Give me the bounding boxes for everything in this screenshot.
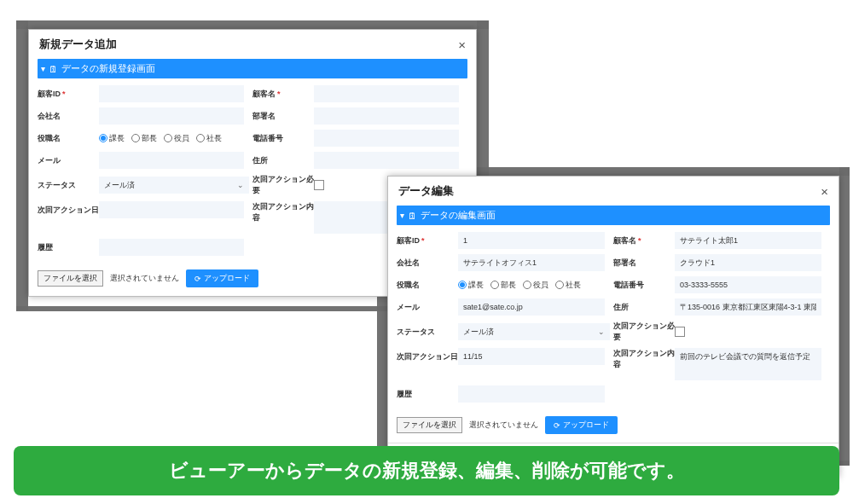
- history-input[interactable]: [458, 385, 605, 403]
- section-title: データの新規登録画面: [61, 62, 155, 75]
- refresh-icon: ⟳: [194, 275, 201, 283]
- label-mail: メール: [397, 302, 458, 313]
- label-company: 会社名: [397, 258, 458, 269]
- mail-input[interactable]: [458, 298, 605, 316]
- file-status: 選択されていません: [469, 420, 538, 431]
- label-customer-name: 顧客名: [252, 89, 314, 100]
- status-select[interactable]: [458, 323, 610, 340]
- customer-name-input[interactable]: [314, 85, 459, 102]
- jobtitle-radios[interactable]: 課長 部長 役員 社長: [99, 133, 222, 144]
- dialog-edit-title: データ編集: [398, 183, 454, 199]
- label-jobtitle: 役職名: [397, 280, 458, 291]
- radio-shacho[interactable]: [555, 281, 564, 289]
- label-dept: 部署名: [613, 258, 675, 269]
- address-input[interactable]: [314, 152, 459, 169]
- label-dept: 部署名: [252, 111, 314, 122]
- close-icon[interactable]: ×: [458, 38, 466, 52]
- company-input[interactable]: [458, 254, 605, 271]
- customer-id-input[interactable]: [458, 232, 605, 249]
- label-history: 履歴: [397, 389, 458, 400]
- next-action-content-textarea[interactable]: 前回のテレビ会議での質問を返信予定: [675, 348, 821, 380]
- radio-bucho[interactable]: [490, 281, 499, 289]
- upload-button[interactable]: ⟳アップロード: [186, 269, 258, 287]
- calendar-icon: 🗓: [49, 64, 58, 74]
- label-next-date: 次回アクション日: [397, 351, 458, 362]
- label-address: 住所: [613, 302, 675, 313]
- dialog-add-title: 新規データ追加: [39, 37, 117, 52]
- dialog-edit: データ編集 × ▾ 🗓 データの編集画面 顧客ID 顧客名 会社名 部署名 役職…: [387, 176, 839, 478]
- close-icon[interactable]: ×: [821, 184, 828, 199]
- label-customer-id: 顧客ID: [38, 89, 99, 100]
- file-select-button[interactable]: ファイルを選択: [397, 417, 462, 433]
- radio-yakuin[interactable]: [523, 281, 531, 289]
- label-next-req: 次回アクション必要: [252, 174, 314, 196]
- label-next-content: 次回アクション内容: [613, 348, 675, 370]
- section-bar-add[interactable]: ▾ 🗓 データの新規登録画面: [38, 59, 467, 78]
- phone-input[interactable]: [675, 276, 821, 293]
- label-company: 会社名: [38, 111, 99, 122]
- label-next-content: 次回アクション内容: [252, 201, 314, 223]
- radio-kacho[interactable]: [458, 281, 467, 289]
- dept-input[interactable]: [675, 254, 821, 271]
- label-next-date: 次回アクション日: [38, 205, 99, 216]
- section-title: データの編集画面: [421, 209, 496, 222]
- info-banner: ビューアーからデータの新規登録、編集、削除が可能です。: [14, 446, 839, 495]
- label-status: ステータス: [38, 180, 99, 191]
- radio-shacho[interactable]: [196, 134, 205, 142]
- chevron-down-icon: ▾: [41, 64, 45, 73]
- radio-kacho[interactable]: [99, 134, 107, 142]
- history-input[interactable]: [99, 239, 244, 256]
- label-phone: 電話番号: [613, 280, 675, 291]
- label-customer-id: 顧客ID: [397, 235, 458, 246]
- company-input[interactable]: [99, 107, 244, 125]
- customer-name-input[interactable]: [675, 232, 821, 249]
- jobtitle-radios[interactable]: 課長 部長 役員 社長: [458, 280, 581, 291]
- next-action-date-input[interactable]: [458, 348, 605, 365]
- section-bar-edit[interactable]: ▾ 🗓 データの編集画面: [397, 206, 830, 225]
- customer-id-input[interactable]: [99, 85, 244, 102]
- phone-input[interactable]: [314, 130, 459, 147]
- address-input[interactable]: [675, 298, 821, 316]
- status-select[interactable]: [99, 177, 249, 194]
- label-mail: メール: [38, 155, 99, 166]
- label-address: 住所: [252, 155, 314, 166]
- refresh-icon: ⟳: [554, 421, 560, 430]
- label-status: ステータス: [397, 327, 458, 338]
- next-action-req-checkbox[interactable]: [314, 180, 324, 190]
- file-select-button[interactable]: ファイルを選択: [38, 270, 103, 287]
- label-history: 履歴: [38, 242, 99, 253]
- label-jobtitle: 役職名: [38, 133, 99, 144]
- next-action-req-checkbox[interactable]: [675, 327, 685, 337]
- mail-input[interactable]: [99, 152, 244, 169]
- dept-input[interactable]: [314, 107, 459, 125]
- chevron-down-icon: ⌄: [237, 181, 244, 189]
- radio-yakuin[interactable]: [164, 134, 172, 142]
- label-next-req: 次回アクション必要: [613, 321, 675, 343]
- file-status: 選択されていません: [110, 273, 179, 284]
- chevron-down-icon: ⌄: [598, 327, 605, 336]
- label-customer-name: 顧客名: [613, 235, 675, 246]
- radio-bucho[interactable]: [131, 134, 140, 142]
- upload-button[interactable]: ⟳アップロード: [545, 416, 618, 434]
- calendar-icon: 🗓: [408, 211, 417, 221]
- label-phone: 電話番号: [252, 133, 314, 144]
- chevron-down-icon: ▾: [400, 211, 404, 220]
- next-action-date-input[interactable]: [99, 201, 244, 218]
